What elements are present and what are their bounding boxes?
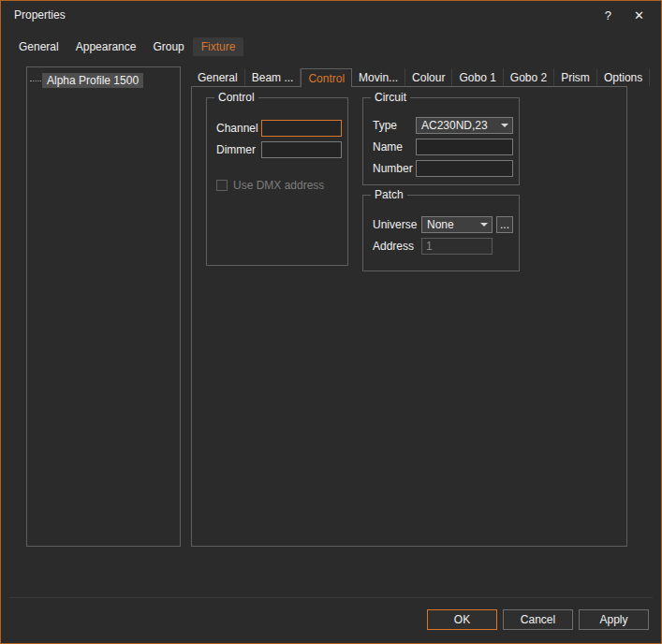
address-input (421, 238, 493, 255)
tab-fixture-moving[interactable]: Movin... (352, 68, 405, 86)
tree-item-fixture[interactable]: Alpha Profile 1500 (27, 73, 180, 88)
apply-button[interactable]: Apply (579, 609, 649, 630)
universe-label: Universe (373, 218, 421, 231)
circuit-name-label: Name (373, 140, 416, 154)
dimmer-label: Dimmer (216, 143, 261, 156)
footer-button-bar: OK Cancel Apply (427, 609, 649, 630)
titlebar[interactable]: Properties ? ✕ (1, 1, 661, 29)
main-tab-bar: General Appearance Group Fixture (10, 37, 243, 56)
fixture-tree-panel: Alpha Profile 1500 (26, 66, 181, 547)
tree-branch-line (30, 80, 41, 81)
circuit-type-label: Type (373, 119, 416, 132)
tab-fixture-gobo1[interactable]: Gobo 1 (452, 68, 503, 86)
circuit-name-row: Name (373, 139, 513, 155)
circuit-groupbox: Circuit Type AC230ND,23 Name Number (362, 97, 520, 185)
circuit-number-input[interactable] (416, 160, 513, 177)
fixture-tab-bar: General Beam ... Control Movin... Colour… (191, 68, 650, 86)
address-row: Address (373, 238, 513, 255)
tab-group[interactable]: Group (144, 37, 192, 56)
universe-row: Universe None ... (373, 216, 513, 233)
patch-groupbox: Patch Universe None ... Address (362, 195, 520, 271)
circuit-type-value: AC230ND,23 (417, 119, 501, 132)
channel-label: Channel (216, 122, 261, 135)
dropdown-arrow-icon (480, 223, 488, 227)
circuit-type-row: Type AC230ND,23 (373, 117, 513, 134)
channel-row: Channel (216, 120, 342, 137)
dimmer-input[interactable] (261, 141, 342, 158)
dropdown-arrow-icon (501, 124, 508, 127)
ok-button[interactable]: OK (427, 609, 497, 630)
tab-fixture-control[interactable]: Control (301, 68, 352, 87)
universe-dropdown[interactable]: None (421, 216, 493, 233)
circuit-number-row: Number (373, 160, 513, 177)
universe-browse-button[interactable]: ... (496, 216, 513, 233)
patch-groupbox-legend: Patch (371, 188, 407, 201)
tab-fixture-options[interactable]: Options (597, 68, 650, 86)
circuit-groupbox-legend: Circuit (371, 91, 410, 104)
control-groupbox-legend: Control (214, 91, 258, 104)
tab-appearance[interactable]: Appearance (67, 37, 145, 56)
footer-separator (9, 597, 653, 598)
tab-fixture-colour[interactable]: Colour (405, 68, 452, 86)
tab-fixture-beam[interactable]: Beam ... (245, 68, 302, 86)
cancel-button[interactable]: Cancel (503, 609, 573, 630)
properties-dialog: Properties ? ✕ General Appearance Group … (0, 0, 662, 644)
tab-fixture-gobo2[interactable]: Gobo 2 (504, 68, 554, 86)
tab-fixture[interactable]: Fixture (193, 37, 244, 56)
address-label: Address (373, 240, 421, 253)
control-tab-panel: Control Channel Dimmer Use DMX address C… (191, 86, 627, 547)
use-dmx-row: Use DMX address (216, 177, 342, 194)
dimmer-row: Dimmer (216, 141, 342, 158)
circuit-name-input[interactable] (416, 139, 513, 155)
control-groupbox: Control Channel Dimmer Use DMX address (206, 97, 348, 266)
tab-fixture-prism[interactable]: Prism (554, 68, 597, 86)
channel-input[interactable] (261, 120, 342, 137)
use-dmx-label: Use DMX address (233, 179, 324, 192)
use-dmx-checkbox (216, 180, 228, 191)
tab-general[interactable]: General (10, 37, 67, 56)
tree-item-label: Alpha Profile 1500 (42, 73, 143, 88)
close-icon[interactable]: ✕ (630, 8, 648, 22)
circuit-number-label: Number (373, 162, 416, 175)
circuit-type-dropdown[interactable]: AC230ND,23 (416, 117, 513, 134)
tab-fixture-general[interactable]: General (191, 68, 245, 86)
universe-value: None (422, 218, 480, 231)
help-icon[interactable]: ? (599, 8, 617, 22)
window-title: Properties (14, 8, 66, 22)
